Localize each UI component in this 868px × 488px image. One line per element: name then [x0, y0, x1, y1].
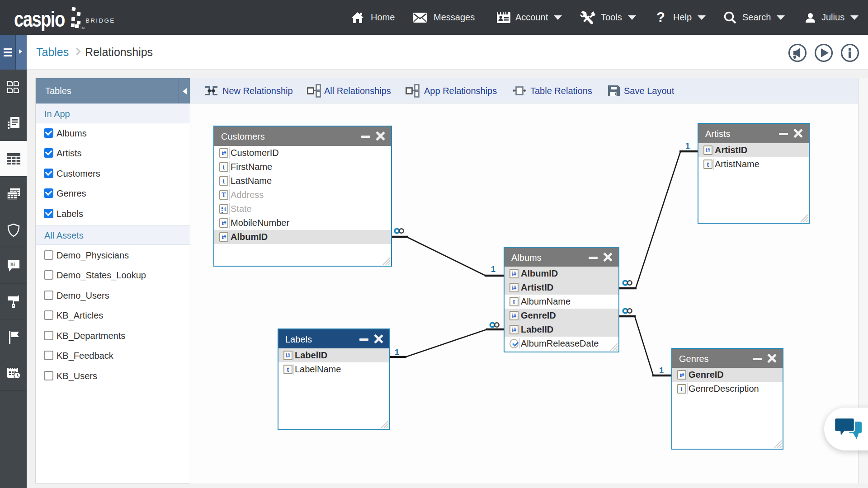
svg-text:TM: TM	[80, 26, 85, 29]
svg-text:hi: hi	[10, 262, 15, 267]
